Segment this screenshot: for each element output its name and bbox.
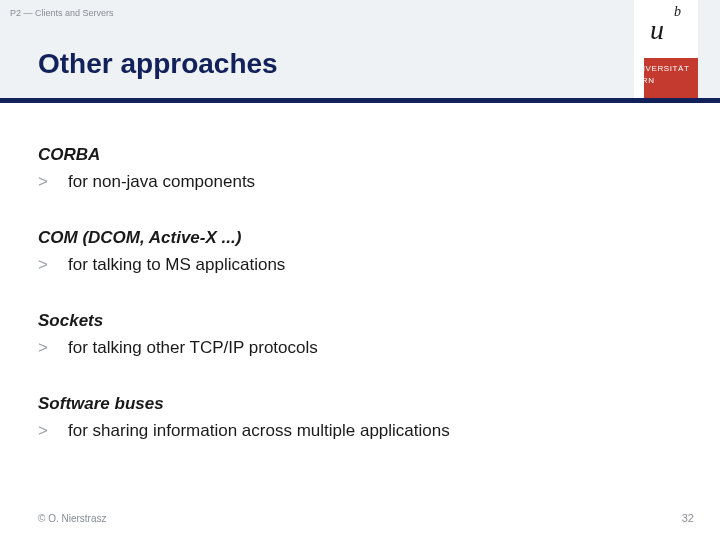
footer-page-number: 32 [682,512,694,524]
section-software-buses: Software buses > for sharing information… [38,394,678,443]
logo-letter-b: b [674,4,681,20]
section-heading: Software buses [38,394,678,414]
slide: P2 — Clients and Servers Other approache… [0,0,720,540]
logo-text-universitat: UNIVERSITÄT [644,64,690,73]
section-sockets: Sockets > for talking other TCP/IP proto… [38,311,678,360]
university-logo: u b UNIVERSITÄT BERN [634,0,698,98]
list-item: > for sharing information across multipl… [38,420,678,443]
bullet-text: for talking to MS applications [68,254,285,277]
content-area: CORBA > for non-java components COM (DCO… [38,145,678,477]
breadcrumb: P2 — Clients and Servers [10,8,114,18]
bullet-text: for talking other TCP/IP protocols [68,337,318,360]
logo-text-bern: BERN [644,76,655,85]
bullet-marker: > [38,254,68,277]
section-heading: CORBA [38,145,678,165]
list-item: > for talking other TCP/IP protocols [38,337,678,360]
bullet-text: for sharing information across multiple … [68,420,450,443]
footer-copyright: © O. Nierstrasz [38,513,107,524]
section-heading: COM (DCOM, Active-X ...) [38,228,678,248]
page-title: Other approaches [38,48,278,80]
bullet-marker: > [38,171,68,194]
bullet-marker: > [38,337,68,360]
section-com: COM (DCOM, Active-X ...) > for talking t… [38,228,678,277]
bullet-text: for non-java components [68,171,255,194]
bullet-marker: > [38,420,68,443]
logo-red-block: UNIVERSITÄT BERN [644,58,698,98]
list-item: > for non-java components [38,171,678,194]
section-corba: CORBA > for non-java components [38,145,678,194]
section-heading: Sockets [38,311,678,331]
header-rule [0,98,720,103]
list-item: > for talking to MS applications [38,254,678,277]
logo-letter-u: u [650,14,664,46]
